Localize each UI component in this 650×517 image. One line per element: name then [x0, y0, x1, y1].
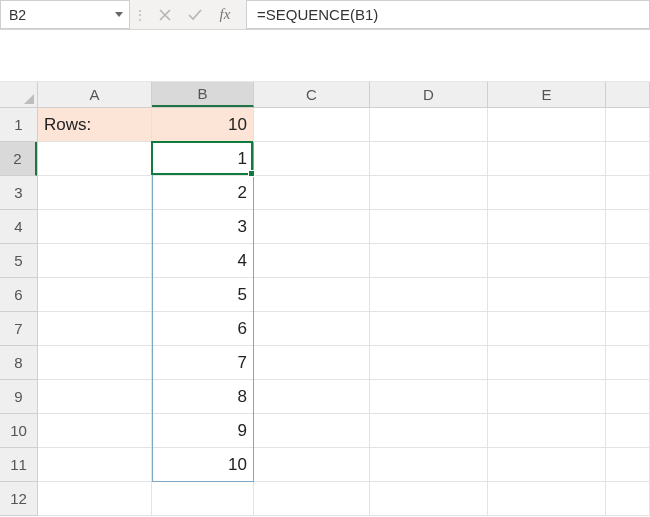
- cell-b9[interactable]: 8: [152, 380, 254, 414]
- select-all-corner[interactable]: [0, 82, 38, 108]
- cell-e1[interactable]: [488, 108, 606, 142]
- col-header-e[interactable]: E: [488, 82, 606, 107]
- cell-d8[interactable]: [370, 346, 488, 380]
- col-header-a[interactable]: A: [38, 82, 152, 107]
- cell-a3[interactable]: [38, 176, 152, 210]
- col-header-b[interactable]: B: [152, 82, 254, 107]
- row-header-11[interactable]: 11: [0, 448, 37, 482]
- cell-f12[interactable]: [606, 482, 650, 516]
- cell-d4[interactable]: [370, 210, 488, 244]
- table-row: 3: [38, 210, 650, 244]
- cell-c12[interactable]: [254, 482, 370, 516]
- row-header-3[interactable]: 3: [0, 176, 37, 210]
- cell-b12[interactable]: [152, 482, 254, 516]
- cancel-formula-button[interactable]: [150, 0, 180, 29]
- cell-b2[interactable]: 1: [152, 142, 254, 176]
- cell-c4[interactable]: [254, 210, 370, 244]
- cell-e10[interactable]: [488, 414, 606, 448]
- row-header-12[interactable]: 12: [0, 482, 37, 516]
- table-row: 8: [38, 380, 650, 414]
- cell-f1[interactable]: [606, 108, 650, 142]
- cell-b4[interactable]: 3: [152, 210, 254, 244]
- row-header-6[interactable]: 6: [0, 278, 37, 312]
- cell-e12[interactable]: [488, 482, 606, 516]
- row-header-4[interactable]: 4: [0, 210, 37, 244]
- cell-f2[interactable]: [606, 142, 650, 176]
- cell-d10[interactable]: [370, 414, 488, 448]
- cell-c5[interactable]: [254, 244, 370, 278]
- cell-a7[interactable]: [38, 312, 152, 346]
- cell-e11[interactable]: [488, 448, 606, 482]
- cell-d6[interactable]: [370, 278, 488, 312]
- cell-b10[interactable]: 9: [152, 414, 254, 448]
- cell-c7[interactable]: [254, 312, 370, 346]
- cell-d7[interactable]: [370, 312, 488, 346]
- cell-f7[interactable]: [606, 312, 650, 346]
- insert-function-button[interactable]: fx: [210, 0, 240, 29]
- cell-a5[interactable]: [38, 244, 152, 278]
- cell-f5[interactable]: [606, 244, 650, 278]
- cell-f6[interactable]: [606, 278, 650, 312]
- row-header-2[interactable]: 2: [0, 142, 37, 176]
- cell-c9[interactable]: [254, 380, 370, 414]
- cell-c10[interactable]: [254, 414, 370, 448]
- cell-e7[interactable]: [488, 312, 606, 346]
- cell-e2[interactable]: [488, 142, 606, 176]
- cell-d9[interactable]: [370, 380, 488, 414]
- cell-b3[interactable]: 2: [152, 176, 254, 210]
- table-row: 5: [38, 278, 650, 312]
- cell-f11[interactable]: [606, 448, 650, 482]
- chevron-down-icon[interactable]: [115, 12, 123, 17]
- row-header-7[interactable]: 7: [0, 312, 37, 346]
- cell-e9[interactable]: [488, 380, 606, 414]
- cell-c3[interactable]: [254, 176, 370, 210]
- cell-d12[interactable]: [370, 482, 488, 516]
- col-header-c[interactable]: C: [254, 82, 370, 107]
- cell-e4[interactable]: [488, 210, 606, 244]
- cell-a12[interactable]: [38, 482, 152, 516]
- name-box[interactable]: B2: [0, 0, 130, 29]
- cell-e5[interactable]: [488, 244, 606, 278]
- row-header-10[interactable]: 10: [0, 414, 37, 448]
- cell-e6[interactable]: [488, 278, 606, 312]
- cell-f3[interactable]: [606, 176, 650, 210]
- row-header-5[interactable]: 5: [0, 244, 37, 278]
- cell-d5[interactable]: [370, 244, 488, 278]
- cell-b5[interactable]: 4: [152, 244, 254, 278]
- cell-c8[interactable]: [254, 346, 370, 380]
- cell-b6[interactable]: 5: [152, 278, 254, 312]
- formula-input[interactable]: =SEQUENCE(B1): [246, 0, 650, 29]
- cell-b11[interactable]: 10: [152, 448, 254, 482]
- enter-formula-button[interactable]: [180, 0, 210, 29]
- cell-a4[interactable]: [38, 210, 152, 244]
- cell-d2[interactable]: [370, 142, 488, 176]
- row-header-8[interactable]: 8: [0, 346, 37, 380]
- cell-d11[interactable]: [370, 448, 488, 482]
- cell-a8[interactable]: [38, 346, 152, 380]
- cell-a10[interactable]: [38, 414, 152, 448]
- cell-e8[interactable]: [488, 346, 606, 380]
- cell-a6[interactable]: [38, 278, 152, 312]
- cell-f9[interactable]: [606, 380, 650, 414]
- cell-f10[interactable]: [606, 414, 650, 448]
- cell-b7[interactable]: 6: [152, 312, 254, 346]
- cell-a11[interactable]: [38, 448, 152, 482]
- cell-e3[interactable]: [488, 176, 606, 210]
- cell-a9[interactable]: [38, 380, 152, 414]
- cell-c11[interactable]: [254, 448, 370, 482]
- cell-c2[interactable]: [254, 142, 370, 176]
- cell-d1[interactable]: [370, 108, 488, 142]
- col-header-partial[interactable]: [606, 82, 650, 107]
- cell-b8[interactable]: 7: [152, 346, 254, 380]
- cell-a2[interactable]: [38, 142, 152, 176]
- cell-f4[interactable]: [606, 210, 650, 244]
- row-header-1[interactable]: 1: [0, 108, 37, 142]
- cell-f8[interactable]: [606, 346, 650, 380]
- col-header-d[interactable]: D: [370, 82, 488, 107]
- row-header-9[interactable]: 9: [0, 380, 37, 414]
- cell-b1[interactable]: 10: [152, 108, 254, 142]
- cell-a1[interactable]: Rows:: [38, 108, 152, 142]
- cell-c6[interactable]: [254, 278, 370, 312]
- cell-d3[interactable]: [370, 176, 488, 210]
- cell-c1[interactable]: [254, 108, 370, 142]
